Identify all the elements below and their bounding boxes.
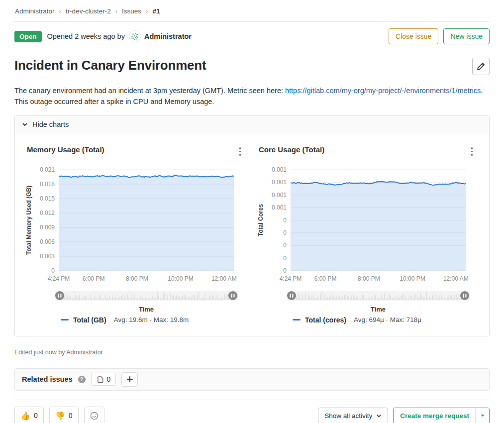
thumbs-down-button[interactable]: 👎 0: [49, 407, 79, 423]
legend-stats: Avg: 694µ · Max: 718µ: [354, 316, 421, 323]
svg-text:8:00 PM: 8:00 PM: [126, 275, 148, 282]
thumbs-up-button[interactable]: 👍 0: [14, 407, 44, 423]
legend-label[interactable]: Total (cores): [305, 316, 346, 324]
svg-text:0.001: 0.001: [272, 179, 287, 186]
add-related-issue-button[interactable]: [121, 372, 138, 387]
chart-title: Memory Usage (Total): [27, 145, 104, 154]
description-period: .: [481, 87, 483, 95]
svg-text:0.009: 0.009: [40, 224, 55, 231]
related-issues-count: 0: [107, 375, 111, 383]
svg-text:0.006: 0.006: [40, 238, 55, 245]
breadcrumb-issue-number: #1: [152, 7, 160, 15]
svg-text:Total Memory Used (GB): Total Memory Used (GB): [26, 185, 32, 254]
breadcrumb-administrator[interactable]: Administrator: [15, 7, 55, 15]
core-chart-range-slider[interactable]: [287, 290, 470, 301]
pencil-icon: [477, 62, 485, 71]
avatar[interactable]: [129, 30, 141, 42]
svg-text:8:00 PM: 8:00 PM: [358, 275, 380, 282]
chart-legend: Total (cores) Avg: 694µ · Max: 718µ: [293, 316, 477, 324]
svg-text:0: 0: [283, 267, 287, 274]
svg-text:4:24 PM: 4:24 PM: [48, 275, 70, 282]
add-reaction-button[interactable]: [84, 407, 104, 423]
breadcrumb-project[interactable]: tr-dev-cluster-2: [66, 7, 111, 15]
activity-filter-dropdown[interactable]: Show all activity: [318, 408, 388, 423]
chart-menu-kebab-icon[interactable]: [235, 145, 245, 158]
thumbs-up-count: 0: [34, 412, 38, 420]
author-name[interactable]: Administrator: [144, 32, 192, 40]
create-merge-request-caret-button[interactable]: [476, 408, 489, 423]
hide-charts-toggle[interactable]: Hide charts: [15, 116, 489, 133]
chevron-right-icon: ›: [59, 7, 61, 15]
thumbs-down-count: 0: [69, 412, 73, 420]
memory-chart-range-slider[interactable]: [55, 290, 238, 301]
memory-usage-chart-card: Memory Usage (Total) 0.0210.0180.0150.01…: [26, 145, 245, 324]
svg-text:4:24 PM: 4:24 PM: [280, 275, 302, 282]
opened-text: Opened 2 weeks ago by: [47, 32, 125, 40]
related-issues-section: Related issues ? 0: [14, 368, 490, 391]
breadcrumb-issues[interactable]: Issues: [122, 7, 141, 15]
svg-text:10:00 PM: 10:00 PM: [400, 275, 425, 282]
plus-icon: [126, 376, 133, 383]
chart-title: Core Usage (Total): [259, 145, 324, 154]
page-title: Incident in Canary Environment: [14, 58, 206, 73]
svg-text:0: 0: [283, 242, 287, 249]
issue-status-bar: Open Opened 2 weeks ago by Administrator…: [14, 22, 490, 51]
svg-text:0.003: 0.003: [40, 253, 55, 260]
thumbs-down-icon: 👎: [55, 411, 65, 421]
chart-legend: Total (GB) Avg: 19.6m · Max: 19.8m: [61, 316, 245, 324]
chevron-right-icon: ›: [146, 7, 148, 15]
chevron-right-icon: ›: [115, 7, 117, 15]
memory-usage-chart: 0.0210.0180.0150.0120.0090.0060.00304:24…: [26, 163, 245, 284]
svg-text:Total Cores: Total Cores: [258, 204, 264, 236]
svg-text:12:00 AM: 12:00 AM: [443, 275, 469, 282]
hide-charts-label: Hide charts: [32, 120, 69, 128]
legend-stats: Avg: 19.6m · Max: 19.8m: [114, 316, 189, 323]
x-axis-label: Time: [291, 306, 466, 313]
title-row: Incident in Canary Environment: [14, 58, 490, 75]
svg-text:0.001: 0.001: [272, 166, 287, 173]
svg-text:0.021: 0.021: [40, 166, 55, 173]
activity-filter-label: Show all activity: [324, 412, 372, 420]
svg-text:0.012: 0.012: [40, 210, 55, 216]
svg-text:0: 0: [51, 267, 55, 274]
new-issue-button[interactable]: New issue: [443, 28, 490, 44]
smiley-icon: [90, 412, 99, 420]
related-issues-count-badge: 0: [91, 373, 116, 386]
caret-down-icon: [480, 413, 485, 418]
x-axis-label: Time: [59, 306, 234, 313]
issue-description: The canary environment had an incident a…: [14, 86, 490, 107]
metrics-charts-panel: Hide charts Memory Usage (Total) 0.0210.…: [14, 115, 490, 336]
svg-text:0: 0: [283, 254, 287, 261]
issue-page: Administrator › tr-dev-cluster-2 › Issue…: [0, 0, 504, 423]
chart-menu-kebab-icon[interactable]: [467, 145, 477, 158]
thumbs-up-icon: 👍: [20, 411, 30, 421]
charts-body: Memory Usage (Total) 0.0210.0180.0150.01…: [15, 133, 489, 336]
status-badge: Open: [14, 31, 42, 42]
svg-text:0.015: 0.015: [40, 195, 55, 202]
svg-text:6:00 PM: 6:00 PM: [83, 275, 105, 282]
create-merge-request-split-button: Create merge request: [393, 408, 490, 423]
legend-label[interactable]: Total (GB): [73, 316, 106, 324]
svg-text:0.018: 0.018: [40, 181, 55, 188]
svg-text:10:00 PM: 10:00 PM: [168, 275, 193, 282]
svg-text:0.001: 0.001: [272, 191, 287, 198]
chevron-down-icon: [376, 413, 382, 419]
core-usage-chart: 0.0010.0010.0010.001000004:24 PM6:00 PM8…: [258, 163, 477, 284]
edit-title-button[interactable]: [472, 58, 490, 75]
description-text: The canary environment had an incident a…: [14, 87, 285, 95]
close-issue-button[interactable]: Close issue: [389, 28, 438, 44]
description-text-line2: This outage occurred after a spike in CP…: [14, 98, 214, 106]
legend-swatch: [61, 319, 69, 321]
svg-text:0.001: 0.001: [272, 204, 287, 211]
related-issues-title: Related issues: [22, 375, 73, 383]
help-icon[interactable]: ?: [78, 376, 86, 383]
svg-text:12:00 AM: 12:00 AM: [211, 275, 237, 282]
svg-text:0: 0: [283, 229, 287, 236]
issue-type-icon: [97, 376, 104, 383]
breadcrumb: Administrator › tr-dev-cluster-2 › Issue…: [14, 0, 490, 21]
footer-actions: 👍 0 👎 0 Show all activity Create merge r…: [14, 400, 490, 423]
metrics-link[interactable]: https://gitlab.com/my-org/my-project/-/e…: [285, 87, 481, 95]
edited-note: Edited just now by Administrator: [14, 349, 490, 356]
create-merge-request-button[interactable]: Create merge request: [394, 408, 476, 423]
core-usage-chart-card: Core Usage (Total) 0.0010.0010.0010.0010…: [258, 145, 477, 324]
